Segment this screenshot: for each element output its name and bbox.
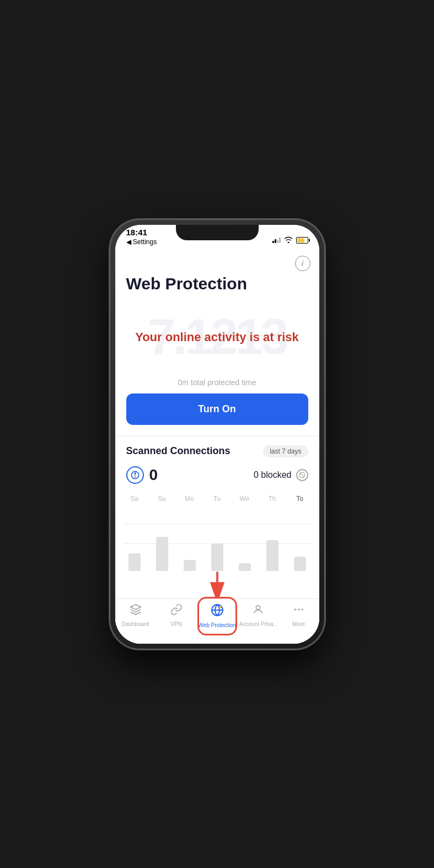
section-title: Scanned Connections bbox=[126, 445, 231, 457]
bar-to bbox=[292, 507, 308, 571]
more-icon bbox=[293, 603, 305, 619]
compass-icon bbox=[126, 466, 144, 484]
grid-line-2 bbox=[124, 543, 310, 544]
screen-content: i Web Protection 7.1213 Your online acti… bbox=[115, 249, 319, 644]
stat-right: 0 blocked bbox=[254, 469, 308, 481]
phone-notch bbox=[176, 225, 259, 240]
scan-count: 0 bbox=[149, 466, 158, 484]
status-time: 18:41 bbox=[126, 228, 157, 238]
tab-account-privacy[interactable]: Account Priva.. bbox=[238, 603, 278, 627]
chart-label-sa: Sa bbox=[126, 495, 143, 503]
down-arrow-svg bbox=[115, 571, 319, 599]
grid-line-1 bbox=[124, 524, 310, 524]
bar-we bbox=[237, 507, 253, 571]
tab-bar: Dashboard VPN bbox=[115, 599, 319, 644]
turn-on-button[interactable]: Turn On bbox=[126, 393, 308, 425]
chart-area: Sa Su Mo Tu We Th To bbox=[115, 495, 319, 571]
chart-label-mo: Mo bbox=[181, 495, 198, 503]
signal-icon bbox=[272, 238, 281, 243]
back-button[interactable]: ◀ Settings bbox=[126, 238, 157, 246]
page-title: Web Protection bbox=[115, 271, 319, 304]
svg-point-10 bbox=[256, 605, 260, 609]
chart-label-tu: Tu bbox=[209, 495, 226, 503]
svg-point-13 bbox=[301, 608, 303, 611]
chart-label-th: Th bbox=[264, 495, 281, 503]
tab-more[interactable]: More bbox=[278, 603, 319, 627]
phone-screen: 18:41 ◀ Settings bbox=[115, 225, 319, 644]
bar-th bbox=[264, 507, 281, 571]
tab-dashboard-label: Dashboard bbox=[122, 621, 149, 627]
tab-account-privacy-label: Account Priva.. bbox=[239, 621, 276, 627]
tab-vpn-label: VPN bbox=[170, 621, 182, 627]
svg-marker-2 bbox=[134, 475, 136, 479]
bars-container bbox=[124, 507, 310, 571]
chart-labels: Sa Su Mo Tu We Th To bbox=[124, 495, 310, 503]
scanned-connections-header: Scanned Connections last 7 days bbox=[115, 445, 319, 466]
svg-line-4 bbox=[300, 473, 304, 477]
chart-label-we: We bbox=[237, 495, 253, 503]
info-button[interactable]: i bbox=[295, 256, 310, 271]
phone-frame: 18:41 ◀ Settings bbox=[110, 219, 325, 649]
web-protection-icon: ! bbox=[211, 603, 224, 620]
bar-tu bbox=[209, 507, 226, 571]
status-icons bbox=[272, 236, 308, 246]
tab-web-protection[interactable]: ! Web Protection bbox=[197, 603, 238, 628]
bar-sa bbox=[126, 507, 143, 571]
stat-left: 0 bbox=[126, 466, 158, 484]
battery-icon bbox=[296, 237, 308, 244]
tab-vpn[interactable]: VPN bbox=[156, 603, 197, 627]
status-left: 18:41 ◀ Settings bbox=[126, 228, 157, 246]
info-btn-row: i bbox=[115, 249, 319, 271]
stats-row: 0 0 blocked bbox=[115, 466, 319, 495]
dashboard-icon bbox=[130, 603, 142, 619]
wifi-icon bbox=[284, 236, 293, 245]
chart-grid bbox=[124, 507, 310, 571]
bar-su bbox=[154, 507, 170, 571]
tab-more-label: More bbox=[292, 621, 305, 627]
tab-dashboard[interactable]: Dashboard bbox=[115, 603, 156, 627]
svg-text:!: ! bbox=[219, 606, 220, 608]
account-privacy-icon bbox=[252, 603, 264, 619]
scroll-area[interactable]: i Web Protection 7.1213 Your online acti… bbox=[115, 249, 319, 571]
blocked-label: 0 blocked bbox=[254, 470, 292, 480]
chart-label-su: Su bbox=[154, 495, 170, 503]
chart-label-to: To bbox=[292, 495, 308, 503]
blocked-icon bbox=[296, 469, 308, 481]
time-badge[interactable]: last 7 days bbox=[263, 445, 308, 457]
svg-point-11 bbox=[294, 608, 296, 611]
arrow-area bbox=[115, 571, 319, 599]
risk-text: Your online activity is at risk bbox=[135, 330, 299, 344]
tab-web-protection-label: Web Protection bbox=[198, 622, 235, 628]
risk-area: 7.1213 Your online activity is at risk bbox=[115, 304, 319, 370]
protected-time: 0m total protected time bbox=[115, 378, 319, 387]
svg-point-12 bbox=[298, 608, 300, 611]
svg-marker-1 bbox=[134, 471, 136, 475]
section-divider bbox=[115, 436, 319, 436]
bar-mo bbox=[181, 507, 198, 571]
vpn-icon bbox=[170, 603, 183, 619]
